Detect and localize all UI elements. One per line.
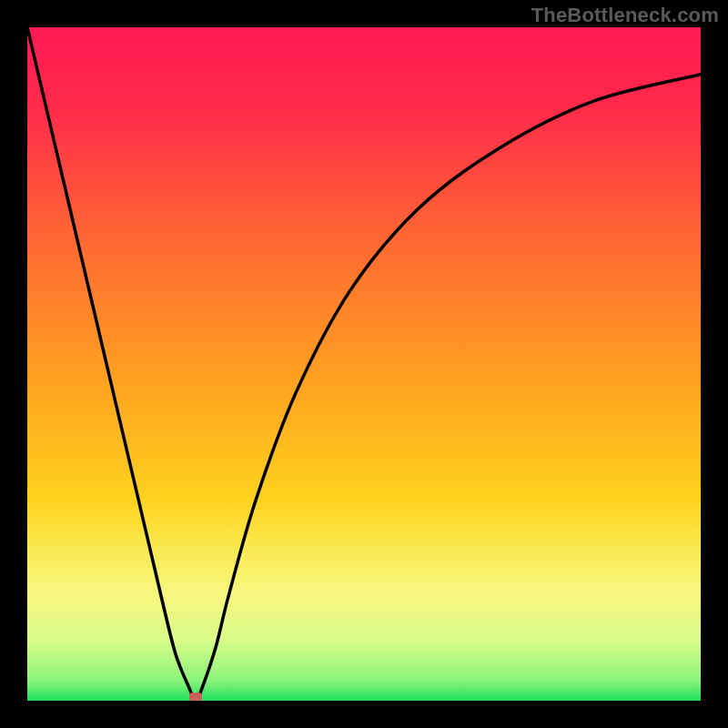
chart-frame: TheBottleneck.com bbox=[0, 0, 728, 728]
bottleneck-curve bbox=[27, 27, 701, 701]
plot-area bbox=[27, 27, 701, 701]
minimum-marker bbox=[189, 693, 202, 701]
attribution-text: TheBottleneck.com bbox=[531, 4, 719, 27]
curve-layer bbox=[27, 27, 701, 701]
